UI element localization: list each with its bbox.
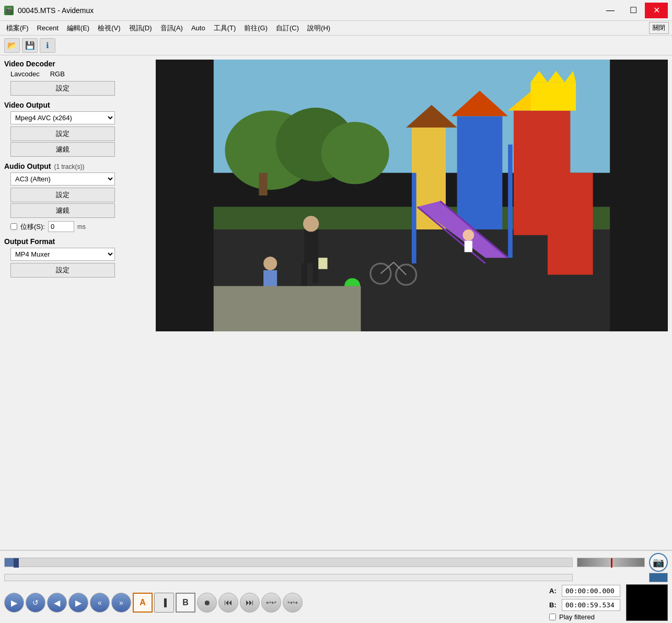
loop-btn[interactable]: ↺	[26, 593, 45, 613]
svg-rect-8	[457, 116, 503, 229]
audio-track-info: (1 track(s))	[54, 163, 84, 170]
svg-rect-21	[412, 173, 416, 263]
rec-btn[interactable]: ⏺	[197, 593, 217, 613]
audio-output-dropdown[interactable]: AC3 (Aften) Copy MP3 AAC	[10, 172, 115, 186]
a-label: A:	[549, 587, 559, 595]
svg-rect-28	[465, 241, 472, 252]
shift-checkbox[interactable]	[10, 223, 17, 230]
svg-rect-20	[548, 173, 593, 275]
menu-audio[interactable]: 音訊(A)	[156, 22, 187, 34]
video-output-dropdown[interactable]: Mpeg4 AVC (x264) Copy MPEG2 XVID	[10, 111, 115, 124]
play-btn[interactable]: ▶	[4, 593, 24, 613]
camera-icon-btn[interactable]: 📷	[649, 553, 668, 572]
b-label: B:	[549, 601, 559, 609]
title-bar: 🎬 00045.MTS - Avidemux — ☐ ✕	[0, 0, 672, 21]
zoom-track[interactable]	[577, 558, 645, 567]
mark-b-btn[interactable]: B	[176, 593, 195, 613]
svg-point-24	[303, 216, 319, 232]
app-icon: 🎬	[4, 6, 14, 15]
bottom-area: 📷 ▶ ↺ ◀ ▶ « » A ▐ B	[0, 550, 672, 623]
ab-panel: A: 00:00:00.000 B: 00:00:59.534 Play fil…	[549, 585, 620, 621]
go-start-btn[interactable]: ⏮	[218, 593, 238, 613]
codec-label: Lavcodec	[10, 70, 40, 78]
svg-rect-34	[263, 270, 277, 287]
menu-edit[interactable]: 編輯(E)	[63, 22, 94, 34]
video-output-title: Video Output	[4, 101, 150, 109]
left-panel: Video Decoder Lavcodec RGB 設定 Video Outp…	[4, 60, 150, 546]
menu-custom[interactable]: 自訂(C)	[272, 22, 303, 34]
output-format-dropdown[interactable]: MP4 Muxer MKV Muxer AVI Muxer	[10, 248, 115, 261]
go-end-btn[interactable]: ⏭	[240, 593, 260, 613]
audio-output-filter-btn[interactable]: 濾鏡	[10, 203, 115, 218]
cam-small-indicator	[649, 573, 668, 582]
audio-scrubber-track[interactable]	[4, 574, 573, 581]
toolbar: 📂 💾 ℹ	[0, 36, 672, 55]
menu-recent[interactable]: Recent	[33, 22, 63, 33]
prev-key-btn[interactable]: ↩↩	[261, 593, 281, 613]
svg-point-27	[463, 229, 474, 241]
save-file-btn[interactable]: 💾	[22, 38, 38, 53]
menu-auto[interactable]: Auto	[187, 22, 210, 33]
video-output-section: Video Output Mpeg4 AVC (x264) Copy MPEG2…	[4, 101, 150, 157]
svg-rect-13	[531, 82, 576, 110]
audio-output-title: Audio Output	[4, 162, 51, 170]
rewind-btn[interactable]: «	[90, 593, 110, 613]
audio-output-section: Audio Output (1 track(s)) AC3 (Aften) Co…	[4, 162, 150, 232]
mark-a-btn[interactable]: A	[133, 593, 153, 613]
svg-rect-4	[259, 173, 268, 195]
split-btn[interactable]: ▐	[154, 593, 174, 613]
scrubber-track[interactable]	[4, 558, 573, 567]
video-thumbnail	[626, 584, 668, 621]
shift-unit: ms	[77, 223, 86, 230]
menu-view[interactable]: 檢視(V)	[94, 22, 124, 34]
output-format-section: Output Format MP4 Muxer MKV Muxer AVI Mu…	[4, 237, 150, 278]
svg-rect-22	[508, 145, 513, 258]
play-filtered-checkbox[interactable]	[549, 614, 556, 620]
menu-bar: 檔案(F) Recent 編輯(E) 檢視(V) 視訊(D) 音訊(A) Aut…	[0, 21, 672, 36]
video-preview	[156, 60, 668, 331]
video-frame	[156, 60, 668, 331]
a-timecode: 00:00:00.000	[562, 585, 620, 597]
video-output-filter-btn[interactable]: 濾鏡	[10, 142, 115, 157]
video-decoder-settings-btn[interactable]: 設定	[10, 81, 115, 96]
video-output-settings-btn[interactable]: 設定	[10, 126, 115, 141]
close-badge: 關閉	[649, 22, 669, 34]
audio-output-settings-btn[interactable]: 設定	[10, 188, 115, 202]
svg-point-3	[321, 122, 389, 184]
svg-rect-26	[312, 261, 318, 283]
shift-input[interactable]	[48, 221, 74, 232]
svg-rect-35	[318, 258, 327, 269]
output-format-title: Output Format	[4, 237, 150, 246]
shift-label: 位移(S):	[20, 222, 45, 232]
menu-file[interactable]: 檔案(F)	[2, 22, 33, 34]
menu-help[interactable]: 說明(H)	[303, 22, 334, 34]
open-file-btn[interactable]: 📂	[4, 38, 20, 53]
restore-btn[interactable]: ☐	[622, 3, 645, 18]
play-filtered-label: Play filtered	[559, 613, 595, 621]
info-btn[interactable]: ℹ	[40, 38, 55, 53]
minimize-btn[interactable]: —	[599, 3, 622, 18]
close-btn[interactable]: ✕	[645, 3, 668, 18]
video-decoder-section: Video Decoder Lavcodec RGB 設定	[4, 60, 150, 96]
menu-tools[interactable]: 工具(T)	[210, 22, 240, 34]
fast-fwd-btn[interactable]: »	[111, 593, 131, 613]
svg-rect-23	[304, 229, 318, 263]
menu-goto[interactable]: 前往(G)	[240, 22, 272, 34]
b-timecode: 00:00:59.534	[562, 599, 620, 611]
svg-point-33	[263, 257, 277, 270]
format-label: RGB	[50, 70, 65, 78]
next-key-btn[interactable]: ↪↪	[283, 593, 303, 613]
video-decoder-title: Video Decoder	[4, 60, 150, 68]
svg-rect-25	[302, 263, 307, 286]
next-frame-btn[interactable]: ▶	[68, 593, 88, 613]
svg-rect-37	[214, 286, 361, 331]
prev-frame-btn[interactable]: ◀	[47, 593, 67, 613]
window-title: 00045.MTS - Avidemux	[18, 6, 94, 15]
menu-video[interactable]: 視訊(D)	[125, 22, 156, 34]
output-format-settings-btn[interactable]: 設定	[10, 263, 115, 278]
